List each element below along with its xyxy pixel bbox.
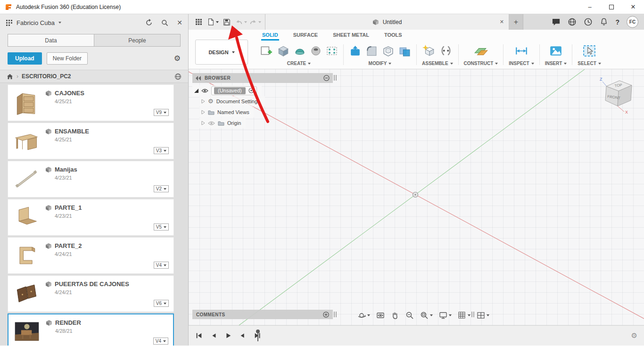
pattern-icon[interactable] [326,45,338,57]
new-folder-button[interactable]: New Folder [47,52,88,65]
fillet-icon[interactable] [365,45,378,58]
root-component[interactable]: (Unsaved) [211,86,257,95]
app-grid-button[interactable] [192,16,205,28]
measure-icon[interactable] [514,44,528,58]
list-item[interactable]: ENSAMBLE 4/25/21 V3 [8,123,174,159]
breadcrumb-folder[interactable]: ESCRITORIO_PC2 [22,73,71,80]
comments-panel[interactable]: COMMENTS [192,310,333,319]
expander-collapsed-icon[interactable] [201,110,205,115]
extensions-globe-icon[interactable] [568,17,577,26]
construct-group-label[interactable]: CONSTRUCT [464,60,498,68]
timeline-marker[interactable] [255,329,261,344]
comments-panel-grip[interactable] [334,312,337,317]
viewport-canvas[interactable]: BROWSER [189,69,644,325]
list-item[interactable]: CAJONES 4/25/21 V9 [8,84,174,121]
expander-collapsed-icon[interactable] [201,121,205,125]
redo-button[interactable] [249,16,261,28]
insert-image-icon[interactable] [549,45,562,57]
home-icon[interactable] [7,74,13,80]
tab-data[interactable]: Data [8,34,94,47]
modify-group-label[interactable]: MODIFY [369,60,392,68]
maximize-button[interactable] [601,0,622,14]
assemble-group-label[interactable]: ASSEMBLE [422,60,453,68]
list-item[interactable]: PUEERTAS DE CAJONES 4/24/21 V6 [8,275,174,312]
search-icon[interactable] [161,19,168,26]
timeline-settings-gear-icon[interactable]: ⚙ [631,331,637,340]
job-status-clock-icon[interactable] [584,17,593,26]
press-pull-icon[interactable] [349,45,362,58]
tab-people[interactable]: People [94,34,181,47]
document-tab[interactable]: Untitled ✕ [265,14,509,30]
version-dropdown[interactable]: V9 [154,109,169,116]
account-avatar[interactable]: FC [627,16,638,28]
browser-node-named-views[interactable]: Named Views [199,107,254,117]
minimize-button[interactable]: – [579,0,601,14]
activate-radio-icon[interactable] [248,88,254,93]
select-icon[interactable] [583,45,596,57]
viewports-button[interactable] [477,311,489,320]
workspace-selector[interactable]: DESIGN [195,40,248,65]
visibility-eye-icon[interactable] [201,88,208,93]
create-group-label[interactable]: CREATE [287,60,311,68]
version-dropdown[interactable]: V4 [153,338,168,345]
new-document-tab-button[interactable]: + [509,14,523,30]
version-dropdown[interactable]: V3 [154,147,169,154]
new-component-icon[interactable] [422,44,436,58]
play-icon[interactable] [224,332,232,339]
save-button[interactable] [221,16,233,28]
inspect-group-label[interactable]: INSPECT [509,60,534,68]
go-to-start-icon[interactable] [195,332,203,339]
tab-solid[interactable]: SOLID [261,32,279,41]
file-menu-button[interactable] [206,16,219,28]
insert-group-label[interactable]: INSERT [545,60,567,68]
help-icon[interactable]: ? [615,18,619,26]
close-button[interactable]: ✕ [622,0,644,14]
select-group-label[interactable]: SELECT [578,60,601,68]
look-at-button[interactable] [376,311,385,320]
revolve-icon[interactable] [294,45,306,57]
collapse-chevrons-icon[interactable] [196,76,201,81]
browser-root-row[interactable]: (Unsaved) [192,85,262,96]
data-panel-settings-gear-icon[interactable]: ⚙ [174,54,181,63]
version-dropdown[interactable]: V5 [154,223,169,231]
list-item[interactable]: RENDER 4/28/21 V4 [8,313,174,346]
notifications-bell-icon[interactable] [600,17,608,26]
refresh-icon[interactable] [145,19,153,26]
expander-collapsed-icon[interactable] [201,99,205,104]
hole-icon[interactable] [310,45,322,57]
expand-plus-circle-icon[interactable] [323,312,329,318]
fit-button[interactable] [420,311,433,320]
undo-button[interactable] [235,16,247,28]
viewcube[interactable]: Z TOP FRONT X [596,74,636,116]
tab-close-icon[interactable]: ✕ [500,19,504,25]
version-dropdown[interactable]: V4 [154,262,169,269]
list-item[interactable]: PARTE_1 4/23/21 V5 [8,199,174,236]
tab-tools[interactable]: TOOLS [383,32,403,41]
joint-icon[interactable] [439,44,453,58]
upload-button[interactable]: Upload [8,52,42,65]
navigation-bar-grip[interactable] [471,312,474,317]
extrude-icon[interactable] [277,44,290,58]
zoom-button[interactable] [405,311,414,320]
globe-icon[interactable] [174,73,182,80]
data-panel-close-icon[interactable]: ✕ [177,19,182,26]
grid-snap-button[interactable] [458,311,471,320]
display-settings-button[interactable] [439,311,452,320]
user-menu[interactable]: Fabricio Cuba [17,19,55,26]
tab-surface[interactable]: SURFACE [292,32,319,41]
combine-icon[interactable] [398,45,411,58]
orbit-button[interactable] [357,311,370,320]
minimize-circle-icon[interactable] [323,75,330,81]
create-sketch-icon[interactable] [260,44,273,58]
shell-icon[interactable] [382,45,395,58]
browser-panel-grip[interactable] [334,75,337,81]
list-item[interactable]: PARTE_2 4/24/21 V4 [8,237,174,274]
version-dropdown[interactable]: V6 [154,300,169,307]
browser-panel-header[interactable]: BROWSER [192,73,333,83]
construction-plane-icon[interactable] [474,44,488,58]
browser-node-document-settings[interactable]: ⚙ Document Settings [199,96,265,107]
list-item[interactable]: Manijas 4/23/21 V2 [8,161,174,198]
step-forward-icon[interactable] [239,332,247,339]
tab-sheet-metal[interactable]: SHEET METAL [332,32,370,41]
step-back-icon[interactable] [210,332,217,339]
